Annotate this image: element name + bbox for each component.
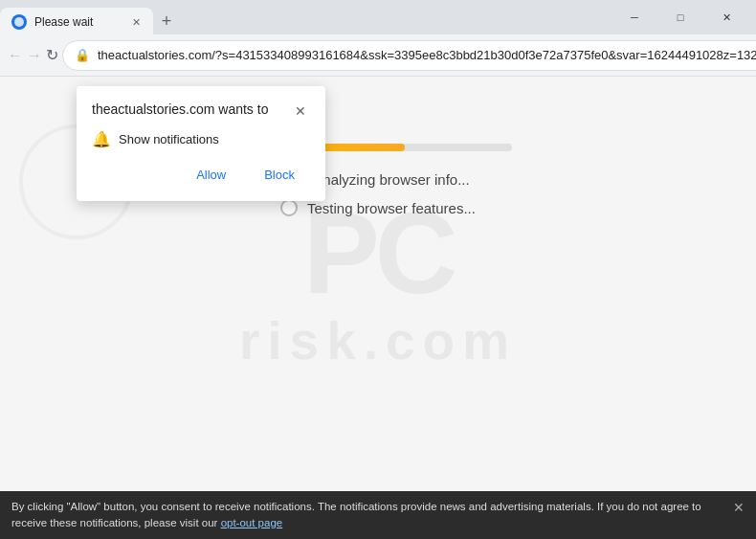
popup-header: theactualstories.com wants to ✕ xyxy=(92,101,310,121)
popup-permission: 🔔 Show notifications xyxy=(92,130,310,148)
tab-close-button[interactable]: ✕ xyxy=(128,14,144,30)
permission-text: Show notifications xyxy=(119,132,219,146)
window-controls: ─ □ ✕ xyxy=(612,0,756,34)
browser-window: Please wait ✕ + ─ □ ✕ ← → ↻ 🔒 theactuals… xyxy=(0,0,756,539)
popup-title: theactualstories.com wants to xyxy=(92,101,268,117)
check-label-2: Testing browser features... xyxy=(307,200,476,216)
tab-favicon xyxy=(11,14,27,30)
active-tab[interactable]: Please wait ✕ xyxy=(0,8,153,36)
close-icon: ✕ xyxy=(295,103,306,119)
title-bar: Please wait ✕ + ─ □ ✕ xyxy=(0,0,756,34)
bottom-bar-close-button[interactable]: ✕ xyxy=(729,499,748,518)
check-status-2 xyxy=(280,199,298,216)
popup-buttons: Allow Block xyxy=(92,162,310,188)
page-content: PC risk.com theactualstories.com wants t… xyxy=(0,77,756,491)
opt-out-link[interactable]: opt-out page xyxy=(221,517,283,528)
lock-icon: 🔒 xyxy=(75,48,90,62)
bottom-bar-text: By clicking "Allow" button, you consent … xyxy=(11,501,701,528)
back-button[interactable]: ← xyxy=(8,40,23,71)
popup-close-button[interactable]: ✕ xyxy=(291,101,310,121)
address-text: theactualstories.com/?s=4315334089931616… xyxy=(98,48,756,62)
close-button[interactable]: ✕ xyxy=(704,0,748,34)
bell-icon: 🔔 xyxy=(92,130,111,148)
address-bar[interactable]: 🔒 theactualstories.com/?s=43153340899316… xyxy=(62,40,756,71)
forward-button[interactable]: → xyxy=(27,40,42,71)
refresh-button[interactable]: ↻ xyxy=(46,40,58,71)
new-tab-button[interactable]: + xyxy=(153,8,180,34)
bottom-bar: By clicking "Allow" button, you consent … xyxy=(0,491,756,540)
refresh-icon: ↻ xyxy=(46,46,58,64)
minimize-button[interactable]: ─ xyxy=(612,0,656,34)
block-button[interactable]: Block xyxy=(249,162,310,188)
notification-popup: theactualstories.com wants to ✕ 🔔 Show n… xyxy=(77,86,325,201)
check-item-2: Testing browser features... xyxy=(280,199,476,216)
allow-button[interactable]: Allow xyxy=(181,162,241,188)
back-icon: ← xyxy=(8,47,23,64)
maximize-button[interactable]: □ xyxy=(658,0,702,34)
check-label-1: Analyzing browser info... xyxy=(313,171,469,188)
tabs-area: Please wait ✕ + xyxy=(0,0,612,34)
tab-title: Please wait xyxy=(34,15,121,29)
toolbar: ← → ↻ 🔒 theactualstories.com/?s=43153340… xyxy=(0,34,756,77)
close-icon: ✕ xyxy=(733,498,745,518)
svg-point-0 xyxy=(14,17,24,27)
forward-icon: → xyxy=(27,47,42,64)
